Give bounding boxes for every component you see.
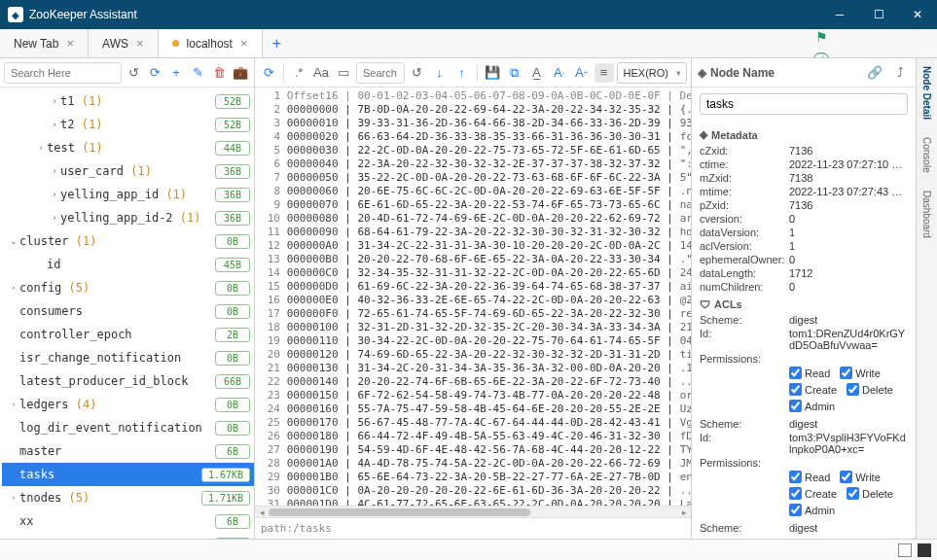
tree-node-yelling_app_id[interactable]: ›yelling_app_id (1)36B (2, 183, 254, 206)
tree-node-latest_producer_id_block[interactable]: latest_producer_id_block66B (2, 369, 254, 393)
word-icon[interactable]: ▭ (334, 63, 353, 83)
tab-new-tab[interactable]: New Tab× (0, 29, 89, 57)
font-icon[interactable]: A̲ (527, 63, 547, 83)
refresh-hex-icon[interactable]: ⟳ (259, 63, 278, 83)
edit-node-icon[interactable]: ✎ (188, 63, 207, 83)
tab-localhost[interactable]: localhost× (159, 29, 263, 57)
tree-node-consumers[interactable]: consumers0B (2, 299, 254, 323)
chevron-icon[interactable]: › (8, 400, 19, 409)
search-reset-icon[interactable]: ↺ (124, 63, 143, 83)
node-label: tasks (19, 468, 201, 481)
tree-search-input[interactable] (4, 62, 122, 84)
tree-node-controller_epoch[interactable]: controller_epoch2B (2, 323, 254, 346)
node-name-input[interactable] (700, 93, 908, 115)
regex-icon[interactable]: .* (289, 63, 308, 83)
tree-node-id[interactable]: id45B (2, 253, 254, 276)
save-icon[interactable]: 💾 (483, 63, 502, 83)
toolbox-icon[interactable]: 💼 (231, 63, 250, 83)
tree-node-t1[interactable]: ›t1 (1)52B (2, 89, 254, 113)
tree-node-tasks[interactable]: tasks1.67KB (2, 463, 254, 486)
tree-node-test[interactable]: ›test (1)44B (2, 136, 254, 159)
bottom-bar (0, 539, 937, 560)
tree-node-log_dir_event_notification[interactable]: log_dir_event_notification0B (2, 416, 254, 439)
layout-toggle-1[interactable] (898, 543, 912, 557)
perm-delete[interactable]: Delete (847, 487, 893, 500)
tree-node-master[interactable]: master6B (2, 439, 254, 463)
case-icon[interactable]: Aa (311, 63, 331, 83)
close-tab-icon[interactable]: × (240, 36, 248, 51)
sidetab-node-detail[interactable]: Node Detail (921, 62, 932, 123)
perm-read[interactable]: Read (789, 471, 830, 483)
reset-search-icon[interactable]: ↺ (408, 63, 427, 83)
layout-toggle-2[interactable] (918, 543, 931, 557)
chevron-icon[interactable]: › (8, 493, 19, 503)
perm-write[interactable]: Write (840, 367, 880, 379)
inc-font-icon[interactable]: A+ (572, 63, 592, 83)
perm-admin[interactable]: Admin (789, 400, 835, 412)
add-node-icon[interactable]: + (166, 63, 186, 83)
node-label: yelling_app_id (1) (60, 188, 215, 201)
tree-node-user_card[interactable]: ›user_card (1)36B (2, 159, 254, 183)
dec-font-icon[interactable]: A- (550, 63, 569, 83)
chevron-icon[interactable]: › (49, 190, 60, 199)
close-button[interactable]: ✕ (898, 0, 937, 29)
refresh-icon[interactable]: ⟳ (145, 63, 164, 83)
maximize-button[interactable]: ☐ (859, 0, 898, 29)
node-tree[interactable]: ›t1 (1)52B›t2 (1)52B›test (1)44B›user_ca… (0, 88, 254, 539)
close-tab-icon[interactable]: × (136, 36, 144, 51)
perm-write[interactable]: Write (840, 471, 880, 483)
new-tab-button[interactable]: + (263, 29, 292, 57)
size-badge: 45B (215, 258, 250, 272)
chevron-icon[interactable]: › (49, 120, 60, 129)
perm-create[interactable]: Create (789, 383, 837, 396)
size-badge: 6B (215, 514, 250, 529)
perm-create[interactable]: Create (789, 487, 837, 500)
chevron-icon[interactable]: › (35, 143, 47, 153)
wrap-icon[interactable]: ≡ (595, 63, 614, 83)
export-icon[interactable]: ⤴ (890, 63, 910, 83)
chevron-icon[interactable]: › (8, 283, 19, 293)
chevron-icon[interactable]: › (49, 213, 60, 223)
tab-aws[interactable]: AWS× (89, 29, 158, 57)
perm-delete[interactable]: Delete (847, 383, 893, 396)
hex-hscroll[interactable]: ◂▸ (255, 506, 691, 517)
tree-node-zookeeper[interactable]: ›zookeeper (2)0B (2, 533, 254, 539)
tree-node-tnodes[interactable]: ›tnodes (5)1.71KB (2, 486, 254, 509)
tree-node-config[interactable]: ›config (5)0B (2, 276, 254, 299)
close-tab-icon[interactable]: × (66, 36, 74, 51)
app-logo-icon: ◆ (8, 7, 23, 22)
sidetab-console[interactable]: Console (921, 133, 932, 177)
perm-admin[interactable]: Admin (789, 504, 835, 516)
meta-value: 0 (789, 281, 908, 293)
tree-node-isr_change_notification[interactable]: isr_change_notification0B (2, 346, 254, 369)
unsaved-dot-icon (172, 40, 179, 47)
tree-node-ledgers[interactable]: ›ledgers (4)0B (2, 393, 254, 416)
link-icon[interactable]: 🔗 (865, 63, 884, 83)
copy-icon[interactable]: ⧉ (505, 63, 524, 83)
tree-node-yelling_app_id-2[interactable]: ›yelling_app_id-2 (1)36B (2, 206, 254, 229)
chevron-icon[interactable]: › (49, 96, 60, 106)
meta-row: mZxid:7138 (700, 172, 908, 184)
minimize-button[interactable]: ─ (820, 0, 859, 29)
hex-search-input[interactable] (356, 62, 405, 84)
sidetab-dashboard[interactable]: Dashboard (921, 187, 932, 242)
delete-node-icon[interactable]: 🗑 (209, 63, 229, 83)
chevron-icon[interactable]: ⌄ (8, 236, 19, 246)
chevron-icon[interactable]: › (49, 166, 60, 176)
detail-toolbar: ◈Node Name 🔗 ⤴ (692, 58, 916, 88)
node-label: isr_change_notification (19, 351, 215, 365)
size-badge: 36B (215, 164, 250, 179)
tab-label: AWS (102, 37, 128, 51)
status-ok-icon[interactable]: ✓ (813, 52, 829, 57)
next-match-icon[interactable]: ↑ (452, 63, 472, 83)
meta-key: dataLength: (700, 267, 789, 279)
meta-key: cZxid: (700, 145, 789, 157)
prev-match-icon[interactable]: ↓ (430, 63, 450, 83)
bookmark-icon[interactable]: ⚑ (815, 29, 828, 45)
tree-node-t2[interactable]: ›t2 (1)52B (2, 113, 254, 136)
tree-node-xx[interactable]: xx6B (2, 509, 254, 533)
format-select[interactable]: HEX(RO) (617, 62, 687, 84)
perm-read[interactable]: Read (789, 367, 830, 379)
tree-node-cluster[interactable]: ⌄cluster (1)0B (2, 229, 254, 253)
hex-view[interactable]: 1 Offset16 | 00-01-02-03-04-05-06-07-08-… (255, 88, 691, 506)
